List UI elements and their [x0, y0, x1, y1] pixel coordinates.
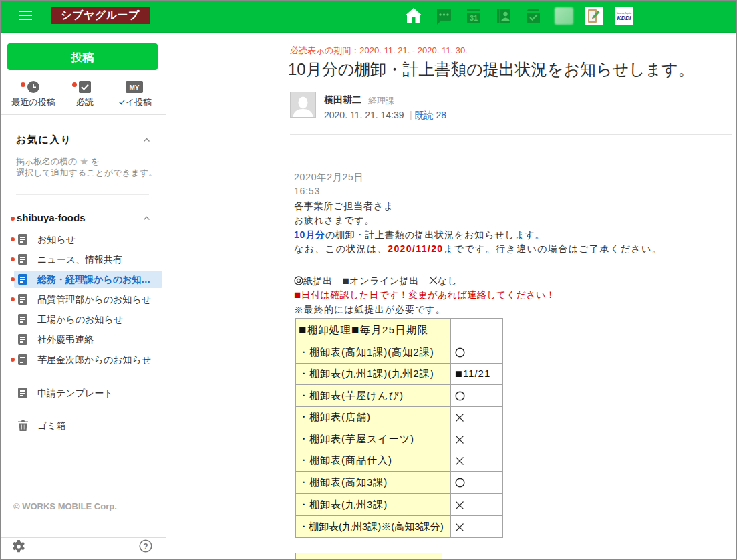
svg-text:?: ?: [143, 542, 148, 551]
svg-text:MY: MY: [130, 84, 140, 92]
svg-text:KDDI: KDDI: [617, 15, 631, 21]
svg-text:31: 31: [470, 14, 478, 22]
